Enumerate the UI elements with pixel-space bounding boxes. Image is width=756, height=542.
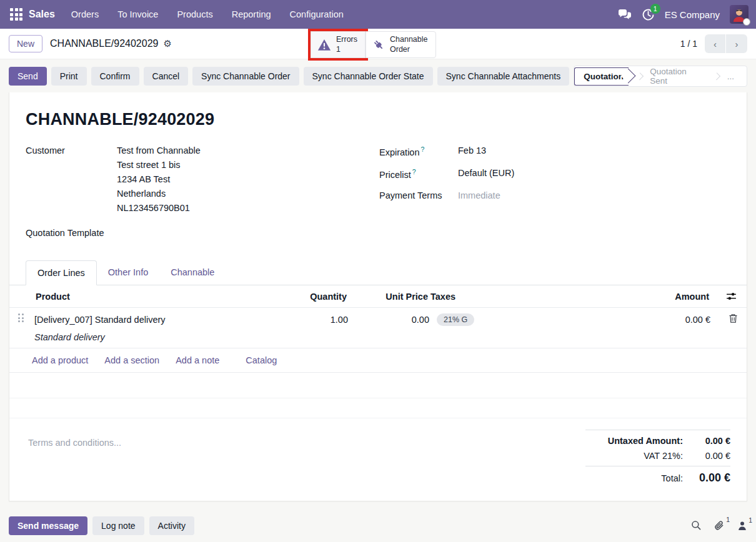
gear-icon[interactable]: ⚙ (163, 38, 171, 49)
messages-icon[interactable] (618, 9, 632, 20)
col-taxes[interactable]: Taxes (429, 286, 635, 307)
customer-address: Test street 1 bis 1234 AB Test Netherlan… (117, 160, 201, 213)
pricelist-label: Pricelist? (379, 168, 458, 180)
product-description[interactable]: Standard delivery (34, 332, 279, 342)
attachment-count: 1 (726, 516, 730, 523)
optional-columns-icon[interactable] (726, 291, 737, 302)
sync-channable-attachments-button[interactable]: Sync Channable Attachments (437, 67, 570, 86)
chatter-bar: Send message Log note Activity 1 1 (0, 509, 756, 542)
tax-badge[interactable]: 21% G (437, 313, 474, 326)
add-a-product-link[interactable]: Add a product (32, 355, 88, 365)
stat-button-group: Errors 1 Channable Order (311, 31, 436, 58)
nav-item-orders[interactable]: Orders (71, 9, 99, 19)
plug-icon (372, 39, 385, 51)
statusbar: Quotation Quotation Sent ... (574, 66, 747, 87)
errors-label: Errors (336, 35, 357, 45)
terms-and-conditions-field[interactable]: Terms and conditions... (28, 430, 121, 490)
help-icon[interactable]: ? (420, 145, 424, 153)
quotation-template-label: Quotation Template (26, 228, 117, 238)
total-label: Total: (661, 473, 683, 483)
nav-item-to-invoice[interactable]: To Invoice (117, 9, 158, 19)
vat-value: 0.00 € (692, 451, 730, 461)
user-avatar[interactable] (730, 5, 749, 24)
untaxed-amount-value: 0.00 € (692, 436, 730, 446)
product-cell[interactable]: [Delivery_007] Standard delivery (34, 313, 279, 325)
help-icon[interactable]: ? (412, 168, 416, 175)
tab-order-lines[interactable]: Order Lines (26, 260, 97, 285)
empty-line (9, 373, 747, 398)
table-header-row: Product Quantity Unit Price Taxes Amount (9, 285, 747, 308)
send-message-button[interactable]: Send message (9, 516, 87, 535)
warning-triangle-icon (317, 39, 331, 51)
errors-count: 1 (336, 45, 357, 55)
pager-previous-button[interactable]: ‹ (705, 34, 726, 53)
apps-grid-icon[interactable] (10, 8, 22, 21)
pager-count: 1 / 1 (680, 39, 697, 49)
channable-label-1: Channable (390, 35, 427, 45)
expiration-field[interactable]: Feb 13 (458, 145, 486, 157)
notebook-tabs: Order Lines Other Info Channable (9, 260, 747, 285)
app-name[interactable]: Sales (29, 9, 55, 20)
breadcrumb[interactable]: CHANNABLE/92402029 (50, 38, 158, 49)
add-a-section-link[interactable]: Add a section (104, 355, 159, 365)
nav-item-configuration[interactable]: Configuration (290, 9, 344, 19)
status-separator-icon (636, 72, 644, 80)
sync-channable-order-state-button[interactable]: Sync Channable Order State (304, 67, 433, 86)
customer-label: Customer (26, 145, 117, 213)
send-button[interactable]: Send (9, 67, 47, 86)
status-step-more[interactable]: ... (724, 68, 738, 85)
log-note-button[interactable]: Log note (92, 516, 144, 535)
cancel-button[interactable]: Cancel (144, 67, 189, 86)
status-step-quotation[interactable]: Quotation (574, 67, 629, 86)
drag-handle[interactable] (18, 313, 24, 322)
action-bar: Send Print Confirm Cancel Sync Channable… (0, 59, 756, 92)
pager-next-button[interactable]: › (726, 34, 747, 53)
followers-icon[interactable]: 1 (737, 521, 747, 531)
print-button[interactable]: Print (51, 67, 87, 86)
table-row[interactable]: [Delivery_007] Standard delivery Standar… (9, 308, 747, 348)
address-country: Netherlands (117, 189, 201, 199)
activity-count-badge: 1 (650, 4, 660, 14)
tab-channable[interactable]: Channable (159, 260, 226, 285)
order-lines-table: Product Quantity Unit Price Taxes Amount… (9, 285, 747, 418)
col-quantity[interactable]: Quantity (279, 286, 348, 307)
sync-channable-order-button[interactable]: Sync Channable Order (192, 67, 299, 86)
activity-button[interactable]: Activity (149, 516, 194, 535)
catalog-link[interactable]: Catalog (246, 355, 277, 365)
errors-stat-button[interactable]: Errors 1 (311, 31, 366, 58)
total-value: 0.00 € (692, 471, 730, 485)
quantity-cell[interactable]: 1.00 (279, 313, 348, 325)
delete-row-icon[interactable] (729, 313, 738, 323)
channable-order-stat-button[interactable]: Channable Order (366, 31, 435, 58)
address-vat: NL123456790B01 (117, 203, 201, 213)
avatar-status-dot (743, 18, 750, 26)
company-switcher[interactable]: ES Company (665, 9, 720, 20)
payment-terms-field[interactable]: Immediate (458, 190, 500, 200)
unit-price-cell[interactable]: 0.00 (348, 313, 429, 325)
attachments-icon[interactable]: 1 (714, 520, 725, 531)
payment-terms-label: Payment Terms (379, 190, 458, 200)
table-action-links: Add a product Add a section Add a note C… (9, 348, 747, 373)
col-product[interactable]: Product (34, 286, 279, 307)
document-title: CHANNABLE/92402029 (26, 110, 730, 129)
nav-item-products[interactable]: Products (177, 9, 212, 19)
address-street: Test street 1 bis (117, 160, 201, 170)
status-step-quotation-sent[interactable]: Quotation Sent (646, 63, 705, 89)
vat-label: VAT 21%: (644, 451, 683, 461)
nav-item-reporting[interactable]: Reporting (232, 9, 271, 19)
new-button[interactable]: New (9, 35, 42, 52)
pricelist-field[interactable]: Default (EUR) (458, 168, 514, 180)
status-separator-icon (713, 72, 720, 80)
tab-other-info[interactable]: Other Info (97, 260, 159, 285)
customer-name-field[interactable]: Test from Channable (117, 145, 201, 155)
empty-line (9, 398, 747, 418)
address-city: 1234 AB Test (117, 174, 201, 184)
channable-label-2: Order (390, 45, 427, 55)
untaxed-amount-label: Untaxed Amount: (608, 436, 683, 446)
activities-clock-icon[interactable]: 1 (642, 8, 655, 21)
add-a-note-link[interactable]: Add a note (176, 355, 219, 365)
col-unit-price[interactable]: Unit Price (348, 286, 429, 307)
search-messages-icon[interactable] (691, 520, 702, 531)
col-amount[interactable]: Amount (635, 286, 710, 307)
confirm-button[interactable]: Confirm (91, 67, 139, 86)
